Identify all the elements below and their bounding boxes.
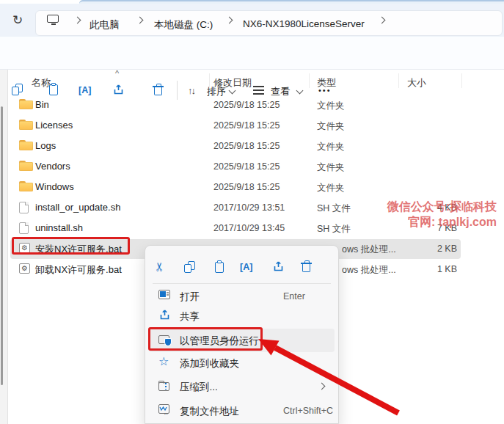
bat-file-icon: ⚙	[19, 263, 30, 274]
file-type: 文件夹	[317, 120, 345, 133]
breadcrumb-current-folder[interactable]: NX6-NX1980LicenseServer	[243, 18, 365, 29]
file-size: 2 KB	[400, 244, 457, 254]
folder-icon	[19, 140, 33, 150]
file-date: 2025/9/18 15:25	[213, 141, 280, 151]
refresh-icon[interactable]: ↻	[12, 14, 23, 26]
share-icon[interactable]	[272, 260, 285, 272]
file-type: 文件夹	[317, 100, 345, 112]
view-icon[interactable]	[253, 89, 264, 91]
file-name: Windows	[35, 181, 74, 192]
file-date: 2025/9/18 15:25	[213, 182, 280, 192]
submenu-chevron-icon	[318, 383, 326, 390]
file-date: 2017/10/29 13:45	[213, 223, 285, 233]
sort-ascending-icon: ^	[115, 69, 119, 78]
menu-item-shortcut: Enter	[283, 291, 305, 301]
file-name: 卸载NX许可服务.bat	[35, 263, 122, 277]
file-date: 2025/9/18 15:25	[213, 161, 280, 172]
column-header-name[interactable]: 名称	[32, 76, 51, 89]
file-type: 文件夹	[317, 141, 345, 153]
open-icon	[158, 290, 170, 299]
copy-icon[interactable]	[184, 261, 195, 273]
menu-item-label: 打开	[180, 290, 200, 304]
rename-icon[interactable]	[78, 85, 91, 95]
paste-icon[interactable]	[215, 262, 224, 273]
file-name: Bin	[35, 99, 49, 110]
chevron-down-icon	[296, 87, 304, 95]
menu-item-label: 压缩到...	[180, 381, 218, 394]
column-header-size[interactable]: 大小	[407, 76, 426, 89]
menu-item-label: 共享	[180, 310, 200, 324]
scrollbar-thumb[interactable]	[1, 106, 3, 385]
sort-icon[interactable]	[188, 85, 194, 96]
column-divider[interactable]	[209, 73, 210, 88]
menu-item-copy-path[interactable]: 复制文件地址 Ctrl+Shift+C	[149, 399, 335, 422]
delete-icon[interactable]	[154, 87, 162, 95]
file-name: Logs	[35, 140, 56, 151]
file-type: 文件夹	[317, 161, 345, 174]
file-type: SH 文件	[317, 223, 351, 235]
folder-icon	[19, 161, 33, 171]
file-size: 1 KB	[400, 264, 457, 274]
menu-item-shortcut: Ctrl+Shift+C	[283, 406, 333, 416]
file-type: ows 批处理...	[342, 244, 396, 256]
star-icon	[158, 356, 169, 368]
copy-path-icon	[158, 404, 169, 414]
breadcrumb-this-pc[interactable]: 此电脑	[90, 18, 120, 32]
folder-icon	[19, 120, 33, 130]
file-type: 文件夹	[317, 182, 345, 194]
file-name: uninstall.sh	[35, 222, 83, 233]
watermark: 微信公众号:探临科技 官网: taplkj.com	[387, 199, 497, 230]
menu-item-share[interactable]: 共享	[149, 304, 335, 327]
command-toolbar: 排序 查看	[0, 37, 504, 70]
file-type: SH 文件	[317, 202, 351, 215]
rename-icon[interactable]	[240, 262, 252, 272]
file-date: 2025/9/18 15:25	[213, 100, 280, 110]
menu-item-label: 复制文件地址	[180, 405, 239, 418]
view-button[interactable]: 查看	[271, 85, 290, 98]
file-name: Licenses	[35, 120, 73, 131]
cut-icon[interactable]	[153, 262, 167, 271]
folder-icon	[19, 181, 33, 191]
watermark-line1: 微信公众号:探临科技	[387, 199, 497, 214]
toolbar-divider	[177, 81, 178, 100]
zip-folder-icon	[158, 382, 169, 391]
delete-icon[interactable]	[302, 264, 310, 272]
menu-divider	[153, 283, 331, 284]
column-header-type[interactable]: 类型	[317, 76, 336, 89]
annotation-box-file	[12, 237, 130, 255]
breadcrumb-drive-c[interactable]: 本地磁盘 (C:)	[154, 18, 213, 32]
this-pc-icon[interactable]	[47, 15, 59, 23]
menu-item-label: 添加到收藏夹	[180, 357, 239, 370]
file-name: install_or_update.sh	[35, 202, 120, 213]
file-type: ows 批处理...	[342, 264, 396, 277]
copy-icon[interactable]	[12, 84, 23, 95]
share-icon[interactable]	[112, 84, 125, 95]
file-icon	[19, 202, 29, 213]
menu-item-compress[interactable]: 压缩到...	[149, 375, 335, 398]
column-divider[interactable]	[461, 73, 462, 88]
file-name: Vendors	[35, 161, 70, 172]
share-icon	[158, 309, 171, 321]
column-header-date[interactable]: 修改日期	[213, 76, 252, 89]
column-divider[interactable]	[398, 73, 399, 88]
column-divider[interactable]	[309, 73, 310, 88]
watermark-line2: 官网: taplkj.com	[387, 214, 497, 230]
menu-item-add-favorites[interactable]: 添加到收藏夹	[149, 351, 335, 374]
file-date: 2025/9/18 15:25	[213, 120, 280, 131]
navigation-bar: ↻ 此电脑 本地磁盘 (C:) NX6-NX1980LicenseServer	[0, 4, 504, 37]
file-icon	[19, 222, 29, 234]
annotation-box-menu-item	[148, 327, 263, 351]
file-date: 2017/10/29 13:51	[213, 202, 285, 213]
folder-icon	[19, 99, 33, 109]
